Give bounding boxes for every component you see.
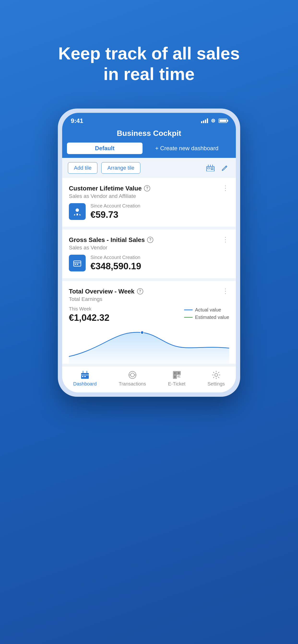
legend-actual: Actual value	[184, 307, 229, 313]
card2-title: Gross Sales - Initial Sales	[69, 236, 145, 244]
app-title: Business Cockpit	[69, 129, 229, 138]
card1-value-area: Since Account Creation €59.73	[90, 203, 140, 220]
card3-top: This Week €1,042.32 Actual value Estimat…	[69, 306, 229, 323]
svg-point-6	[76, 208, 79, 212]
card-total-overview: Total Overview - Week ? ··· Total Earnin…	[62, 281, 236, 364]
card1-more-icon[interactable]: ···	[222, 185, 229, 192]
nav-settings[interactable]: Settings	[208, 370, 225, 387]
card3-title-row: Total Overview - Week ?	[69, 288, 143, 295]
svg-rect-27	[174, 376, 176, 378]
svg-rect-5	[212, 169, 213, 170]
card3-title: Total Overview - Week	[69, 288, 135, 295]
add-tile-button[interactable]: Add tile	[68, 162, 97, 174]
transactions-label: Transactions	[119, 381, 146, 387]
svg-rect-11	[75, 264, 76, 265]
legend-estimated-label: Estimated value	[195, 314, 229, 320]
cash-register-icon[interactable]	[205, 163, 216, 173]
card2-icon	[69, 255, 86, 272]
svg-rect-8	[78, 214, 79, 216]
bottom-nav: Dashboard Transactions	[62, 366, 236, 392]
card2-body: Since Account Creation €348,590.19	[69, 255, 229, 272]
status-icons: ⊜	[201, 118, 227, 124]
card-customer-lifetime-value: Customer Lifetime Value ? ··· Sales as V…	[62, 178, 236, 227]
edit-icon[interactable]	[220, 163, 230, 173]
app-header: Business Cockpit	[62, 126, 236, 142]
nav-dashboard[interactable]: Dashboard	[73, 370, 97, 387]
svg-rect-3	[212, 168, 213, 168]
chart-legend: Actual value Estimated value	[184, 307, 229, 320]
card1-title: Customer Lifetime Value	[69, 185, 141, 192]
svg-rect-26	[178, 372, 180, 374]
svg-rect-7	[75, 214, 77, 216]
overview-chart	[69, 325, 229, 364]
card2-header: Gross Sales - Initial Sales ? ···	[69, 236, 229, 244]
svg-point-13	[140, 331, 144, 334]
phone-screen: 9:41 ⊜ Business Cockpit Default + Create…	[62, 113, 236, 392]
card1-body: Since Account Creation €59.73	[69, 203, 229, 220]
eticket-icon	[172, 370, 182, 380]
signal-icon	[201, 118, 208, 123]
svg-rect-28	[178, 376, 179, 377]
svg-point-19	[130, 373, 134, 377]
card1-value: €59.73	[90, 210, 140, 220]
wifi-icon: ⊜	[211, 118, 215, 124]
status-bar: 9:41 ⊜	[62, 113, 236, 126]
headline: Keep track of all sales in real time	[44, 43, 254, 84]
card2-help-icon[interactable]: ?	[147, 237, 153, 243]
svg-rect-1	[208, 168, 210, 169]
tab-create-dashboard[interactable]: + Create new dashboard	[142, 142, 231, 154]
card-gross-sales: Gross Sales - Initial Sales ? ··· Sales …	[62, 230, 236, 278]
svg-point-31	[215, 374, 218, 376]
card3-more-icon[interactable]: ···	[222, 288, 229, 295]
card1-subtitle: Sales as Vendor and Affiliate	[69, 193, 229, 199]
card3-header: Total Overview - Week ? ···	[69, 288, 229, 295]
transactions-icon	[128, 370, 137, 380]
card1-title-row: Customer Lifetime Value ?	[69, 185, 150, 192]
card2-value-area: Since Account Creation €348,590.19	[90, 255, 141, 272]
card2-value: €348,590.19	[90, 261, 141, 272]
card1-period: Since Account Creation	[90, 203, 140, 209]
card3-value: €1,042.32	[69, 313, 109, 323]
svg-rect-2	[211, 168, 212, 168]
legend-actual-label: Actual value	[195, 307, 221, 313]
arrange-tile-button[interactable]: Arrange tile	[101, 162, 140, 174]
card3-help-icon[interactable]: ?	[137, 288, 143, 294]
content-area: Add tile Arrange tile	[62, 158, 236, 366]
tab-default[interactable]: Default	[67, 142, 142, 154]
card2-period: Since Account Creation	[90, 255, 141, 260]
dashboard-icon	[80, 370, 90, 380]
dashboard-label: Dashboard	[73, 381, 97, 387]
card3-subtitle: Total Earnings	[69, 296, 229, 302]
legend-estimated-line	[184, 317, 193, 318]
card3-week-label: This Week	[69, 306, 109, 312]
phone-frame: 9:41 ⊜ Business Cockpit Default + Create…	[58, 108, 240, 397]
card1-help-icon[interactable]: ?	[144, 185, 150, 192]
tab-row: Default + Create new dashboard	[62, 142, 236, 158]
nav-transactions[interactable]: Transactions	[119, 370, 146, 387]
nav-eticket[interactable]: E-Ticket	[168, 370, 186, 387]
headline-line2: in real time	[103, 64, 195, 84]
action-icons	[205, 163, 230, 173]
settings-icon	[211, 370, 221, 380]
battery-icon	[219, 118, 227, 123]
svg-rect-12	[77, 264, 78, 265]
legend-actual-line	[184, 310, 193, 310]
legend-estimated: Estimated value	[184, 314, 229, 320]
status-time: 9:41	[71, 117, 83, 124]
card1-header: Customer Lifetime Value ? ···	[69, 185, 229, 192]
svg-rect-25	[174, 372, 176, 374]
svg-rect-17	[84, 376, 86, 377]
svg-rect-9	[74, 261, 81, 266]
settings-label: Settings	[208, 381, 225, 387]
eticket-label: E-Ticket	[168, 381, 186, 387]
card2-more-icon[interactable]: ···	[222, 236, 229, 244]
svg-rect-4	[211, 169, 212, 170]
card3-left: This Week €1,042.32	[69, 306, 109, 323]
headline-line1: Keep track of all sales	[58, 44, 240, 63]
svg-rect-16	[82, 376, 83, 377]
action-row: Add tile Arrange tile	[62, 158, 236, 178]
card2-subtitle: Sales as Vendor	[69, 244, 229, 251]
card1-icon	[69, 203, 86, 220]
card2-title-row: Gross Sales - Initial Sales ?	[69, 236, 153, 244]
